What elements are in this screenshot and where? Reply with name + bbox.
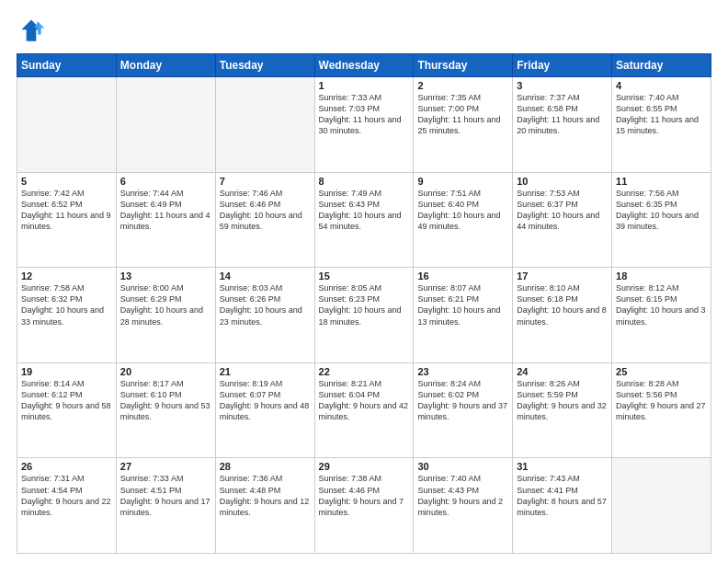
- calendar-cell: 4Sunrise: 7:40 AM Sunset: 6:55 PM Daylig…: [612, 77, 711, 173]
- day-details: Sunrise: 8:21 AM Sunset: 6:04 PM Dayligh…: [319, 378, 410, 423]
- day-details: Sunrise: 7:44 AM Sunset: 6:49 PM Dayligh…: [120, 188, 211, 233]
- day-number: 18: [616, 270, 707, 282]
- calendar-cell: 18Sunrise: 8:12 AM Sunset: 6:15 PM Dayli…: [612, 268, 711, 363]
- calendar-cell: 12Sunrise: 7:58 AM Sunset: 6:32 PM Dayli…: [17, 268, 117, 363]
- calendar-cell: 29Sunrise: 7:38 AM Sunset: 4:46 PM Dayli…: [314, 458, 414, 554]
- weekday-header-wednesday: Wednesday: [314, 54, 414, 77]
- day-number: 24: [517, 366, 608, 377]
- day-details: Sunrise: 8:14 AM Sunset: 6:12 PM Dayligh…: [21, 378, 112, 423]
- calendar-cell: 8Sunrise: 7:49 AM Sunset: 6:43 PM Daylig…: [314, 172, 414, 268]
- weekday-header-row: SundayMondayTuesdayWednesdayThursdayFrid…: [17, 54, 711, 77]
- day-number: 14: [220, 270, 311, 282]
- day-number: 20: [120, 366, 211, 377]
- day-number: 16: [417, 270, 508, 282]
- calendar-cell: 16Sunrise: 8:07 AM Sunset: 6:21 PM Dayli…: [414, 268, 513, 363]
- week-row-3: 12Sunrise: 7:58 AM Sunset: 6:32 PM Dayli…: [17, 268, 711, 363]
- day-number: 15: [319, 270, 410, 282]
- day-details: Sunrise: 8:24 AM Sunset: 6:02 PM Dayligh…: [417, 378, 508, 423]
- weekday-header-tuesday: Tuesday: [215, 54, 314, 77]
- day-number: 27: [120, 461, 211, 472]
- day-number: 19: [21, 366, 112, 377]
- day-number: 4: [616, 80, 707, 91]
- calendar-cell: 28Sunrise: 7:36 AM Sunset: 4:48 PM Dayli…: [215, 458, 314, 554]
- calendar-cell: 30Sunrise: 7:40 AM Sunset: 4:43 PM Dayli…: [414, 458, 513, 554]
- calendar-cell: 20Sunrise: 8:17 AM Sunset: 6:10 PM Dayli…: [116, 362, 215, 458]
- day-details: Sunrise: 8:03 AM Sunset: 6:26 PM Dayligh…: [220, 282, 311, 327]
- day-number: 6: [120, 176, 211, 187]
- weekday-header-thursday: Thursday: [414, 54, 513, 77]
- day-number: 1: [319, 80, 410, 91]
- day-number: 9: [417, 176, 508, 187]
- calendar-cell: 21Sunrise: 8:19 AM Sunset: 6:07 PM Dayli…: [215, 362, 314, 458]
- calendar-cell: 23Sunrise: 8:24 AM Sunset: 6:02 PM Dayli…: [414, 362, 513, 458]
- day-number: 7: [220, 176, 311, 187]
- day-number: 17: [517, 270, 608, 282]
- day-number: 22: [319, 366, 410, 377]
- calendar-cell: 31Sunrise: 7:43 AM Sunset: 4:41 PM Dayli…: [513, 458, 612, 554]
- day-number: 12: [21, 270, 112, 282]
- day-details: Sunrise: 7:43 AM Sunset: 4:41 PM Dayligh…: [517, 473, 608, 518]
- calendar-cell: 15Sunrise: 8:05 AM Sunset: 6:23 PM Dayli…: [314, 268, 414, 363]
- day-details: Sunrise: 7:38 AM Sunset: 4:46 PM Dayligh…: [319, 473, 410, 518]
- weekday-header-sunday: Sunday: [17, 54, 117, 77]
- calendar-cell: 19Sunrise: 8:14 AM Sunset: 6:12 PM Dayli…: [17, 362, 117, 458]
- calendar-cell: 17Sunrise: 8:10 AM Sunset: 6:18 PM Dayli…: [513, 268, 612, 363]
- calendar-cell: 25Sunrise: 8:28 AM Sunset: 5:56 PM Dayli…: [612, 362, 711, 458]
- day-details: Sunrise: 7:56 AM Sunset: 6:35 PM Dayligh…: [616, 188, 707, 233]
- calendar-cell: [17, 77, 117, 173]
- day-details: Sunrise: 8:12 AM Sunset: 6:15 PM Dayligh…: [616, 282, 707, 327]
- day-details: Sunrise: 8:28 AM Sunset: 5:56 PM Dayligh…: [616, 378, 707, 423]
- day-number: 5: [21, 176, 112, 187]
- calendar-cell: 1Sunrise: 7:33 AM Sunset: 7:03 PM Daylig…: [314, 77, 414, 173]
- day-number: 26: [21, 461, 112, 472]
- calendar-cell: 26Sunrise: 7:31 AM Sunset: 4:54 PM Dayli…: [17, 458, 117, 554]
- calendar-cell: 13Sunrise: 8:00 AM Sunset: 6:29 PM Dayli…: [116, 268, 215, 363]
- day-details: Sunrise: 8:17 AM Sunset: 6:10 PM Dayligh…: [120, 378, 211, 423]
- calendar-cell: [215, 77, 314, 173]
- week-row-2: 5Sunrise: 7:42 AM Sunset: 6:52 PM Daylig…: [17, 172, 711, 268]
- calendar-cell: 9Sunrise: 7:51 AM Sunset: 6:40 PM Daylig…: [414, 172, 513, 268]
- day-number: 31: [517, 461, 608, 472]
- day-number: 3: [517, 80, 608, 91]
- day-details: Sunrise: 7:36 AM Sunset: 4:48 PM Dayligh…: [220, 473, 311, 518]
- day-details: Sunrise: 7:40 AM Sunset: 4:43 PM Dayligh…: [417, 473, 508, 518]
- header: [17, 17, 711, 46]
- day-number: 30: [417, 461, 508, 472]
- day-details: Sunrise: 7:40 AM Sunset: 6:55 PM Dayligh…: [616, 92, 707, 137]
- day-details: Sunrise: 7:35 AM Sunset: 7:00 PM Dayligh…: [417, 92, 508, 137]
- calendar-cell: 24Sunrise: 8:26 AM Sunset: 5:59 PM Dayli…: [513, 362, 612, 458]
- day-details: Sunrise: 8:05 AM Sunset: 6:23 PM Dayligh…: [319, 282, 410, 327]
- calendar-cell: 14Sunrise: 8:03 AM Sunset: 6:26 PM Dayli…: [215, 268, 314, 363]
- weekday-header-saturday: Saturday: [612, 54, 711, 77]
- day-details: Sunrise: 7:58 AM Sunset: 6:32 PM Dayligh…: [21, 282, 112, 327]
- week-row-5: 26Sunrise: 7:31 AM Sunset: 4:54 PM Dayli…: [17, 458, 711, 554]
- day-details: Sunrise: 7:37 AM Sunset: 6:58 PM Dayligh…: [517, 92, 608, 137]
- day-number: 11: [616, 176, 707, 187]
- day-details: Sunrise: 7:33 AM Sunset: 7:03 PM Dayligh…: [319, 92, 410, 137]
- week-row-1: 1Sunrise: 7:33 AM Sunset: 7:03 PM Daylig…: [17, 77, 711, 173]
- calendar-cell: 11Sunrise: 7:56 AM Sunset: 6:35 PM Dayli…: [612, 172, 711, 268]
- day-details: Sunrise: 8:07 AM Sunset: 6:21 PM Dayligh…: [417, 282, 508, 327]
- day-details: Sunrise: 7:49 AM Sunset: 6:43 PM Dayligh…: [319, 188, 410, 233]
- calendar-table: SundayMondayTuesdayWednesdayThursdayFrid…: [17, 53, 711, 554]
- day-details: Sunrise: 7:42 AM Sunset: 6:52 PM Dayligh…: [21, 188, 112, 233]
- day-number: 8: [319, 176, 410, 187]
- logo: [17, 17, 50, 46]
- day-number: 28: [220, 461, 311, 472]
- calendar-cell: 27Sunrise: 7:33 AM Sunset: 4:51 PM Dayli…: [116, 458, 215, 554]
- day-details: Sunrise: 8:19 AM Sunset: 6:07 PM Dayligh…: [220, 378, 311, 423]
- day-details: Sunrise: 8:26 AM Sunset: 5:59 PM Dayligh…: [517, 378, 608, 423]
- logo-icon: [17, 17, 46, 46]
- day-details: Sunrise: 7:46 AM Sunset: 6:46 PM Dayligh…: [220, 188, 311, 233]
- calendar-cell: 6Sunrise: 7:44 AM Sunset: 6:49 PM Daylig…: [116, 172, 215, 268]
- calendar-cell: 7Sunrise: 7:46 AM Sunset: 6:46 PM Daylig…: [215, 172, 314, 268]
- day-details: Sunrise: 8:10 AM Sunset: 6:18 PM Dayligh…: [517, 282, 608, 327]
- day-details: Sunrise: 7:33 AM Sunset: 4:51 PM Dayligh…: [120, 473, 211, 518]
- calendar-cell: [612, 458, 711, 554]
- day-number: 23: [417, 366, 508, 377]
- day-number: 13: [120, 270, 211, 282]
- day-number: 29: [319, 461, 410, 472]
- calendar-cell: 5Sunrise: 7:42 AM Sunset: 6:52 PM Daylig…: [17, 172, 117, 268]
- day-details: Sunrise: 7:53 AM Sunset: 6:37 PM Dayligh…: [517, 188, 608, 233]
- calendar-cell: 2Sunrise: 7:35 AM Sunset: 7:00 PM Daylig…: [414, 77, 513, 173]
